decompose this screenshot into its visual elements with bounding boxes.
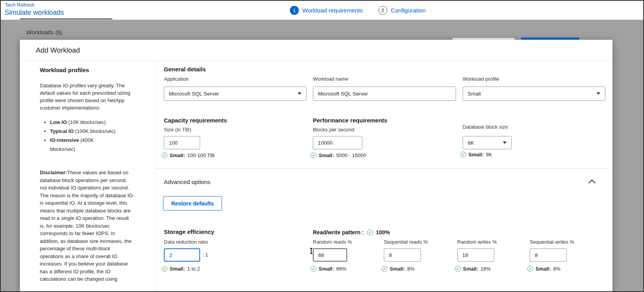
blocks-per-second-input[interactable] xyxy=(313,136,362,149)
size-label: Size (in TiB) xyxy=(164,127,191,133)
database-block-size-label: Database block size xyxy=(463,124,508,130)
application-label: Application xyxy=(164,76,189,82)
chevron-down-icon xyxy=(503,142,507,144)
check-icon xyxy=(367,230,373,235)
random-reads-hint: Small:66% xyxy=(310,266,352,272)
general-details-heading: General details xyxy=(164,66,206,73)
text-cursor-icon xyxy=(311,248,312,254)
list-item-desc: (100K blocks/sec) xyxy=(74,128,115,134)
random-writes-input[interactable] xyxy=(457,248,494,262)
size-hint: Small:100-100 TiB xyxy=(161,152,215,158)
check-icon xyxy=(460,152,466,158)
hint-value: 18% xyxy=(481,266,491,272)
io-profile-list: Low IO (10K blocks/sec) Typical IO (100K… xyxy=(40,118,119,154)
ratio-suffix: : 1 xyxy=(202,252,208,258)
hint-label: Small: xyxy=(463,266,478,272)
list-item: IO-intensive (400K blocks/sec) xyxy=(50,136,119,154)
disclaimer-text: These values are based on database block… xyxy=(40,170,133,282)
data-reduction-ratio-label: Data reduction ratio xyxy=(164,239,208,245)
list-item-term: IO-intensive xyxy=(50,137,79,143)
blocks-hint: Small:5000 - 15000 xyxy=(310,152,366,158)
hint-label: Small: xyxy=(319,152,334,158)
hint-label: Small: xyxy=(170,152,185,158)
chevron-down-icon xyxy=(596,92,600,95)
hint-value: 1 to 2 xyxy=(187,266,200,272)
step-configuration[interactable]: 2 Configuration xyxy=(378,6,426,15)
modal-body: Workload profiles Database IO profiles v… xyxy=(20,62,612,291)
page-title: Simulate workloads xyxy=(5,9,64,16)
random-writes-field: Random writes % Small:18% xyxy=(457,239,497,272)
size-input[interactable] xyxy=(164,136,200,149)
step-1-indicator: 1 xyxy=(290,6,299,15)
hint-label: Small: xyxy=(468,152,484,158)
data-reduction-ratio-input[interactable] xyxy=(164,248,200,262)
step-1-label: Workload requirements xyxy=(302,7,363,14)
rw-pattern-heading: Read/write pattern : 100% xyxy=(313,229,390,235)
workload-name-input[interactable] xyxy=(313,87,456,101)
blocks-per-second-label: Blocks per second xyxy=(313,127,354,133)
hint-label: Small: xyxy=(319,266,334,272)
sequential-reads-label: Sequential reads % xyxy=(384,239,428,245)
workload-profile-select-value: Small xyxy=(468,91,481,97)
sequential-reads-input[interactable] xyxy=(384,248,421,262)
panel-heading: Workload profiles xyxy=(40,67,148,73)
workload-name-label: Workload name xyxy=(313,76,348,82)
modal-header: Add Workload xyxy=(20,40,612,61)
workloads-count-heading: Workloads (6) xyxy=(26,29,62,35)
sequential-reads-field: Sequential reads % Small:8% xyxy=(384,239,428,272)
check-icon xyxy=(455,266,461,272)
workload-profile-label: Workload profile xyxy=(463,76,499,82)
disclaimer-term: Disclaimer: xyxy=(40,170,67,175)
step-workload-requirements[interactable]: 1 Workload requirements xyxy=(290,6,363,15)
check-icon xyxy=(161,152,167,158)
hint-value: 8% xyxy=(553,266,561,272)
app-window: Tech Refresh Simulate workloads 1 Worklo… xyxy=(0,0,644,292)
active-tab-underline xyxy=(20,18,112,19)
check-icon xyxy=(527,266,533,272)
capacity-requirements-heading: Capacity requirements xyxy=(164,117,227,124)
check-icon xyxy=(161,266,167,272)
list-item: Typical IO (100K blocks/sec) xyxy=(50,127,119,136)
random-reads-input[interactable] xyxy=(313,248,347,262)
workload-profiles-panel: Workload profiles Database IO profiles v… xyxy=(20,62,156,291)
chevron-down-icon xyxy=(298,92,302,95)
panel-disclaimer: Disclaimer:These values are based on dat… xyxy=(40,169,134,283)
breadcrumb[interactable]: Tech Refresh xyxy=(5,2,64,8)
random-writes-hint: Small:18% xyxy=(455,266,497,272)
rw-pattern-label: Read/write pattern : xyxy=(313,229,364,235)
modal-title: Add Workload xyxy=(36,46,80,55)
performance-requirements-heading: Performance requirements xyxy=(313,117,387,124)
check-icon xyxy=(310,152,316,158)
step-2-label: Configuration xyxy=(391,7,426,14)
panel-intro: Database IO profiles vary greatly. The d… xyxy=(40,82,134,111)
hint-value: 100-100 TiB xyxy=(187,152,215,158)
application-select[interactable]: Microsoft SQL Server xyxy=(164,87,307,101)
hint-label: Small: xyxy=(390,266,405,272)
application-select-value: Microsoft SQL Server xyxy=(169,91,219,97)
list-item: Low IO (10K blocks/sec) xyxy=(50,118,119,127)
sequential-writes-hint: Small:8% xyxy=(527,266,574,272)
hint-value: 66% xyxy=(336,266,346,272)
sequential-reads-hint: Small:8% xyxy=(381,266,428,272)
database-block-size-select[interactable]: 8K xyxy=(463,136,512,149)
hint-value: 5000 - 15000 xyxy=(336,152,366,158)
ratio-hint: Small:1 to 2 xyxy=(161,266,200,272)
sequential-writes-input[interactable] xyxy=(530,248,567,262)
check-icon xyxy=(310,266,316,272)
restore-defaults-button[interactable]: Restore defaults xyxy=(163,196,222,211)
random-reads-field: Random reads % Small:66% xyxy=(313,239,352,272)
random-reads-label: Random reads % xyxy=(313,239,352,245)
list-item-term: Typical IO xyxy=(50,128,74,134)
hint-value: 8K xyxy=(486,152,492,158)
block-size-hint: Small:8K xyxy=(460,152,492,158)
step-2-indicator: 2 xyxy=(378,6,387,15)
sequential-writes-label: Sequential writes % xyxy=(530,239,574,245)
check-icon xyxy=(381,266,387,272)
workload-profile-select[interactable]: Small xyxy=(463,87,605,101)
rw-pattern-total: 100% xyxy=(376,229,390,235)
advanced-collapse-toggle[interactable] xyxy=(587,179,596,186)
sequential-writes-field: Sequential writes % Small:8% xyxy=(530,239,574,272)
database-block-size-value: 8K xyxy=(468,140,474,146)
list-item-desc: (10K blocks/sec) xyxy=(67,119,106,125)
wizard-stepper: 1 Workload requirements 2 Configuration xyxy=(290,1,426,19)
